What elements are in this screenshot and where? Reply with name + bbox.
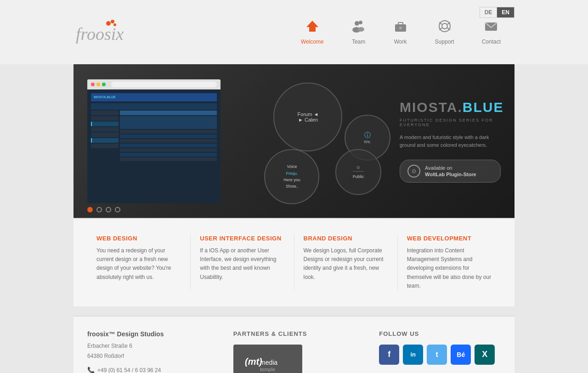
header: DE EN froosix Welcome: [0, 0, 588, 64]
service-title-1: WEB DESIGN: [96, 235, 181, 242]
work-icon: [394, 20, 407, 36]
phone-icon: 📞: [87, 367, 95, 373]
follow-title: FOLLOW US: [379, 330, 501, 337]
service-desc-3: We design Logos, full Corporate Designs …: [304, 246, 388, 282]
service-title-2: USER INTERFACE DESIGN: [200, 235, 284, 242]
nav-welcome-label: Welcome: [301, 39, 324, 45]
service-desc-4: Integration into Content Management Syst…: [407, 246, 492, 290]
banner-product-title: MIOSTA.BLUE: [400, 100, 501, 115]
svg-text:media: media: [260, 359, 277, 366]
btn-text: Available on WoltLab Plugin-Store: [425, 165, 476, 178]
banner-pagination: [87, 207, 120, 212]
linkedin-button[interactable]: in: [403, 345, 423, 365]
lang-de-button[interactable]: DE: [480, 7, 498, 17]
support-icon: [438, 20, 452, 36]
svg-point-12: [439, 21, 450, 32]
nav-team[interactable]: Team: [338, 15, 380, 50]
svg-point-11: [399, 27, 402, 29]
footer-company-name: froosix™ Design Studios: [87, 330, 233, 338]
services-section: WEB DESIGN You need a redesign of your c…: [74, 218, 514, 306]
service-title-4: WEB DEVELOPMENT: [407, 235, 492, 242]
service-web-design: WEB DESIGN You need a redesign of your c…: [87, 235, 191, 290]
xing-button[interactable]: X: [475, 345, 495, 365]
svg-marker-4: [306, 21, 318, 32]
nav-support-label: Support: [435, 39, 454, 45]
svg-point-5: [355, 21, 359, 26]
partners-title: PARTNERS & CLIENTS: [233, 330, 379, 337]
woltlab-button[interactable]: ⊙ Available on WoltLab Plugin-Store: [400, 160, 501, 183]
service-web-dev: WEB DEVELOPMENT Integration into Content…: [398, 235, 501, 290]
svg-point-1: [106, 21, 111, 26]
service-brand-design: BRAND DESIGN We design Logos, full Corpo…: [294, 235, 398, 290]
svg-point-2: [111, 20, 114, 23]
screenshot-mockup: MIOSTA.BLUE: [87, 79, 220, 203]
slide-dot-3[interactable]: [106, 207, 111, 212]
hero-banner: MIOSTA.BLUE: [74, 64, 514, 218]
team-icon: [351, 20, 366, 36]
nav-contact[interactable]: Contact: [468, 15, 514, 50]
facebook-button[interactable]: f: [379, 345, 399, 365]
footer-phone: +49 (0) 61 54 / 6 03 96 24: [97, 367, 161, 373]
partner-logo-mediatemple: (mt) media temple: [233, 345, 302, 373]
nav-team-label: Team: [352, 39, 365, 45]
nav-welcome[interactable]: Welcome: [287, 15, 338, 50]
main-nav: Welcome Team: [287, 15, 514, 50]
woltlab-icon: ⊙: [407, 165, 420, 178]
nav-support[interactable]: Support: [421, 15, 468, 50]
behance-button[interactable]: Bé: [451, 345, 471, 365]
svg-text:temple: temple: [260, 367, 275, 372]
service-desc-2: If a iOS App or another User Interface, …: [200, 246, 284, 282]
service-title-3: BRAND DESIGN: [304, 235, 388, 242]
footer-address: Erbacher Straße 6 64380 Roßdorf: [87, 341, 233, 361]
nav-contact-label: Contact: [482, 39, 501, 45]
footer-social: FOLLOW US f in t Bé X: [379, 330, 501, 373]
nav-work[interactable]: Work: [380, 15, 421, 50]
footer-phone-row: 📞 +49 (0) 61 54 / 6 03 96 24: [87, 367, 233, 373]
svg-text:froosix: froosix: [76, 24, 124, 44]
lang-en-button[interactable]: EN: [497, 7, 514, 17]
slide-dot-2[interactable]: [96, 207, 102, 212]
footer-partners: PARTNERS & CLIENTS (mt) media temple: [233, 330, 379, 373]
slide-dot-1[interactable]: [87, 207, 93, 212]
twitter-button[interactable]: t: [427, 345, 447, 365]
svg-point-6: [359, 21, 362, 24]
lang-switcher: DE EN: [480, 7, 514, 18]
banner-subtitle: FUTURISTIC DESIGN SERIES FOR EVERYONE: [400, 118, 501, 127]
service-ui-design: USER INTERFACE DESIGN If a iOS App or an…: [191, 235, 294, 290]
svg-point-3: [113, 23, 116, 26]
service-desc-1: You need a redesign of your current desi…: [96, 246, 181, 282]
social-icons: f in t Bé X: [379, 345, 501, 365]
nav-work-label: Work: [394, 39, 407, 45]
svg-point-13: [442, 23, 447, 29]
home-icon: [305, 20, 319, 36]
footer: froosix™ Design Studios Erbacher Straße …: [74, 316, 514, 373]
banner-description: A modern and futuristic style with a dar…: [400, 134, 501, 150]
footer-company-info: froosix™ Design Studios Erbacher Straße …: [87, 330, 233, 373]
slide-dot-4[interactable]: [115, 207, 120, 212]
svg-point-8: [358, 27, 364, 32]
svg-rect-10: [398, 22, 403, 25]
logo[interactable]: froosix: [74, 18, 133, 47]
contact-icon: [484, 20, 498, 36]
